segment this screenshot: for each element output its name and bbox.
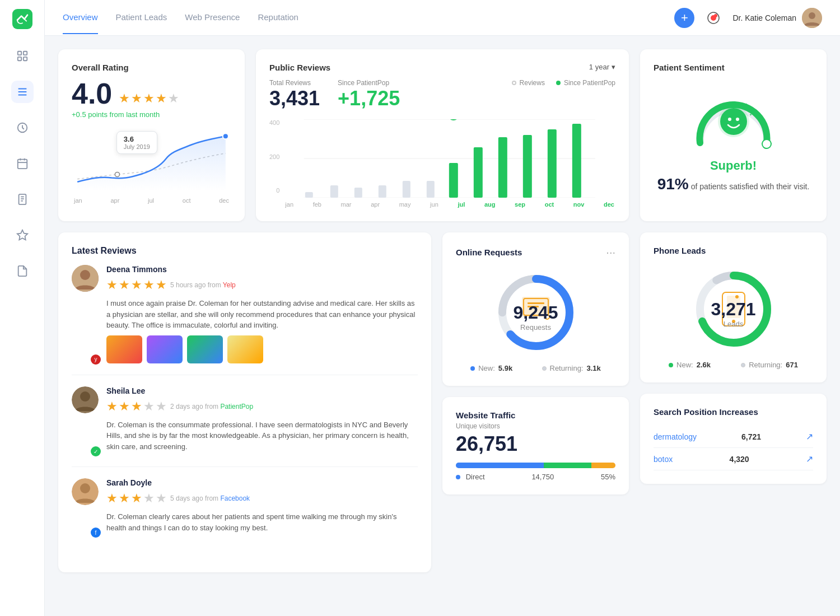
x-label-dec: dec xyxy=(219,197,229,204)
online-requests-card: Online Requests ··· xyxy=(442,232,629,386)
bottom-grid: Latest Reviews y Deena Timmons xyxy=(58,232,827,572)
sidebar-item-gallery[interactable] xyxy=(11,45,34,67)
bar-chart-y-axis: 400 200 0 xyxy=(269,119,279,206)
bar-label-jul: jul xyxy=(458,201,465,208)
sentiment-gauge: ✦ ✦ ✦ xyxy=(654,81,813,154)
review-meta-2: 2 days ago from PatientPop xyxy=(170,403,253,410)
bar-label-oct: oct xyxy=(545,201,554,208)
bar-label-may: may xyxy=(399,201,411,208)
star-1: ★ xyxy=(119,91,130,106)
tab-web-presence[interactable]: Web Presence xyxy=(185,1,240,34)
sidebar-item-star[interactable] xyxy=(11,224,34,246)
review-source-link-2[interactable]: PatientPop xyxy=(220,403,253,410)
svg-text:✦: ✦ xyxy=(745,102,749,108)
phone-new-dot xyxy=(669,363,673,367)
svg-marker-14 xyxy=(17,230,27,240)
review-text-2: Dr. Coleman is the consummate profession… xyxy=(106,419,418,452)
svg-rect-37 xyxy=(548,129,557,198)
svg-rect-3 xyxy=(17,57,21,60)
sidebar-item-reports[interactable] xyxy=(11,188,34,211)
svg-rect-36 xyxy=(523,135,532,198)
sidebar-item-dashboard[interactable] xyxy=(11,81,34,103)
requests-donut: 9,245 Requests xyxy=(456,268,615,357)
search-arrow-1: ↗ xyxy=(806,431,813,442)
review-img-3 xyxy=(187,335,223,363)
notification-icon[interactable] xyxy=(703,8,724,28)
requests-new-stat: New: 5.9k xyxy=(470,364,512,372)
svg-rect-1 xyxy=(17,52,21,55)
review-source-badge-1: y xyxy=(91,354,101,365)
search-position-card: Search Position Increases dermatology 6,… xyxy=(640,394,827,484)
svg-point-19 xyxy=(809,12,815,19)
review-source-link-3[interactable]: Facebook xyxy=(220,494,250,502)
review-source-badge-2: ✓ xyxy=(91,446,101,456)
more-button[interactable]: ··· xyxy=(606,246,615,259)
phone-leads-title: Phone Leads xyxy=(654,246,813,255)
svg-point-52 xyxy=(80,483,90,493)
phone-label: Leads xyxy=(711,320,755,328)
reviews-period-selector[interactable]: 1 year ▾ xyxy=(589,63,615,71)
bar-label-jun: jun xyxy=(430,201,438,208)
user-name: Dr. Katie Coleman xyxy=(732,13,796,22)
svg-rect-6 xyxy=(17,160,27,169)
svg-rect-34 xyxy=(474,147,483,198)
total-label: Total Reviews xyxy=(269,79,320,87)
svg-rect-31 xyxy=(449,163,458,198)
add-button[interactable]: + xyxy=(674,8,694,28)
phone-center: 3,271 Leads xyxy=(711,290,755,328)
overall-rating-title: Overall Rating xyxy=(72,63,231,72)
traffic-direct-row: Direct 14,750 55% xyxy=(456,473,615,481)
review-meta-1: 5 hours ago from Yelp xyxy=(170,281,236,289)
sentiment-title: Patient Sentiment xyxy=(654,63,813,72)
svg-point-48 xyxy=(80,270,90,280)
sidebar xyxy=(0,0,45,616)
legend-reviews: Reviews xyxy=(512,79,545,87)
sidebar-item-calendar[interactable] xyxy=(11,152,34,175)
search-keyword-2[interactable]: botox xyxy=(654,455,673,464)
progress-other xyxy=(591,463,615,468)
tab-overview[interactable]: Overview xyxy=(63,1,98,34)
sidebar-item-clock[interactable] xyxy=(11,116,34,139)
traffic-progress xyxy=(456,463,615,468)
since-val: +1,725 xyxy=(338,87,400,110)
latest-reviews-title: Latest Reviews xyxy=(72,246,418,256)
progress-direct xyxy=(456,463,544,468)
tab-reputation[interactable]: Reputation xyxy=(258,1,298,34)
star-2: ★ xyxy=(131,91,142,106)
search-val-1: 6,721 xyxy=(741,432,761,441)
search-keyword-1[interactable]: dermatology xyxy=(654,432,697,441)
phone-new-stat: New: 2.6k xyxy=(669,361,711,369)
sidebar-item-document[interactable] xyxy=(11,260,34,282)
svg-text:✦: ✦ xyxy=(749,113,752,116)
phone-leads-card: Phone Leads xyxy=(640,232,827,382)
bar-label-sep: sep xyxy=(515,201,525,208)
search-position-title: Search Position Increases xyxy=(654,407,813,417)
requests-new-dot xyxy=(470,366,475,371)
svg-rect-26 xyxy=(330,185,338,198)
reviews-stats: Total Reviews 3,431 Since PatientPop +1,… xyxy=(269,79,615,110)
traffic-title: Website Traffic xyxy=(456,410,615,420)
svg-point-21 xyxy=(223,133,228,139)
review-name-1: Deena Timmons xyxy=(106,265,418,274)
middle-column: Online Requests ··· xyxy=(442,232,629,572)
rating-stars: ★ ★ ★ ★ ★ xyxy=(119,91,179,106)
svg-rect-28 xyxy=(379,185,386,198)
phone-footer: New: 2.6k Returning: 671 xyxy=(654,361,813,369)
review-text-1: I must once again praise Dr. Coleman for… xyxy=(106,298,418,331)
traffic-direct-label-wrap: Direct xyxy=(456,473,485,481)
svg-rect-0 xyxy=(12,9,32,29)
traffic-direct-label: Direct xyxy=(466,473,485,481)
bar-label-aug: aug xyxy=(484,201,496,208)
requests-footer: New: 5.9k Returning: 3.1k xyxy=(456,364,615,372)
user-profile[interactable]: Dr. Katie Coleman xyxy=(732,8,822,28)
review-source-link-1[interactable]: Yelp xyxy=(223,281,236,289)
sentiment-desc: of patients satisfied with their visit. xyxy=(691,182,810,191)
tab-patient-leads[interactable]: Patient Leads xyxy=(116,1,167,34)
requests-returning-val: 3.1k xyxy=(586,364,600,372)
review-avatar-1 xyxy=(72,265,99,292)
bar-x-labels: jan feb mar apr may jun jul aug sep oct … xyxy=(284,201,615,208)
avatar xyxy=(802,8,822,28)
traffic-sub: Unique visitors xyxy=(456,422,615,430)
sidebar-logo[interactable] xyxy=(12,9,32,31)
review-name-3: Sarah Doyle xyxy=(106,478,418,487)
